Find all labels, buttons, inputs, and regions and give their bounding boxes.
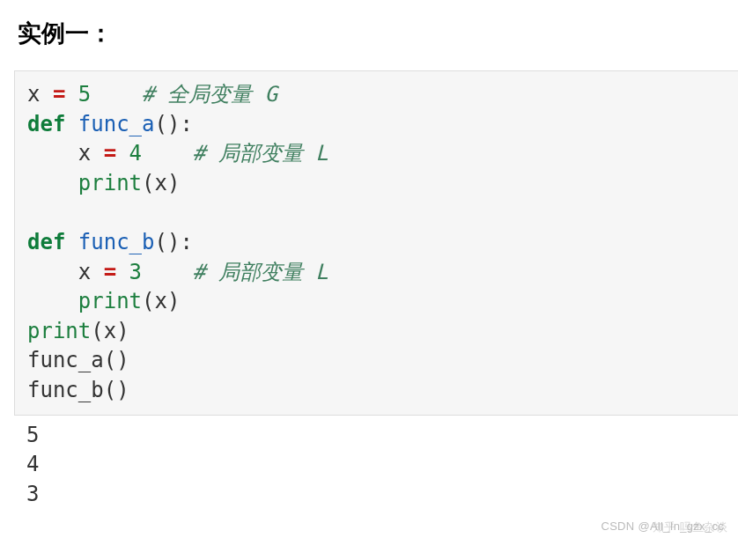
code-block: x = 5 # 全局变量 G def func_a(): x = 4 # 局部变… — [14, 70, 738, 416]
output-block: 5 4 3 — [14, 416, 738, 510]
section-heading: 实例一： — [18, 18, 738, 49]
